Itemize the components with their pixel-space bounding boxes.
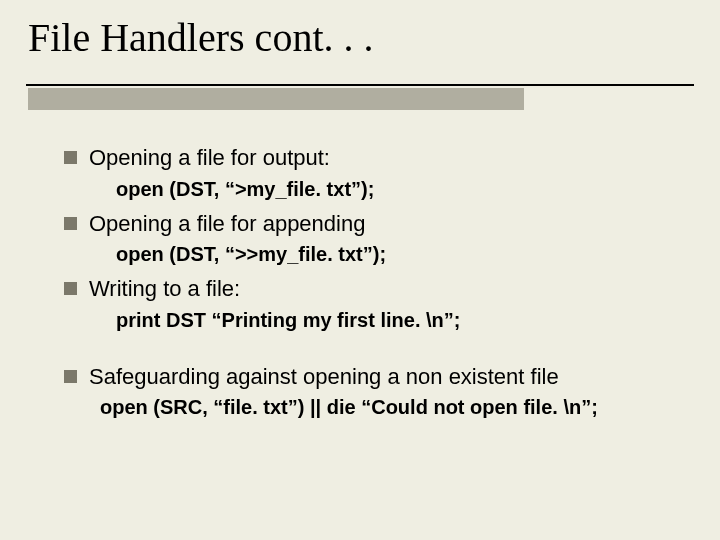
- bullet-icon: [64, 217, 77, 230]
- bullet-icon: [64, 151, 77, 164]
- list-item-text: Opening a file for output:: [89, 144, 330, 172]
- list-item-text: Safeguarding against opening a non exist…: [89, 363, 559, 391]
- list-item: Opening a file for appending: [64, 210, 676, 238]
- rule-shadow: [28, 88, 524, 110]
- list-item-text: Writing to a file:: [89, 275, 240, 303]
- bullet-icon: [64, 370, 77, 383]
- rule-line: [26, 84, 694, 86]
- bullet-icon: [64, 282, 77, 295]
- code-line: open (DST, “>>my_file. txt”);: [116, 241, 676, 267]
- slide-title: File Handlers cont. . .: [28, 14, 374, 61]
- code-line: open (DST, “>my_file. txt”);: [116, 176, 676, 202]
- title-underline: [26, 84, 694, 110]
- slide: File Handlers cont. . . Opening a file f…: [0, 0, 720, 540]
- code-line: print DST “Printing my first line. \n”;: [116, 307, 676, 333]
- list-item: Safeguarding against opening a non exist…: [64, 363, 676, 391]
- list-item: Opening a file for output:: [64, 144, 676, 172]
- code-line: open (SRC, “file. txt”) || die “Could no…: [100, 394, 676, 420]
- list-item-text: Opening a file for appending: [89, 210, 365, 238]
- content-area: Opening a file for output: open (DST, “>…: [64, 140, 676, 428]
- list-item: Writing to a file:: [64, 275, 676, 303]
